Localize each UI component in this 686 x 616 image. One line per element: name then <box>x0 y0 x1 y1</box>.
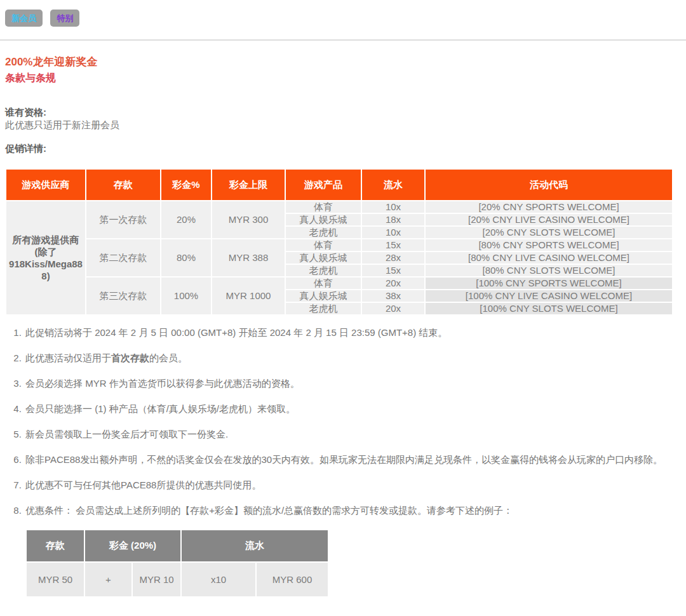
bonus-cap-cell: MYR 388 <box>212 239 285 276</box>
promo-table-header-row: 游戏供应商存款彩金%彩金上限游戏产品流水活动代码 <box>6 170 672 200</box>
promo-table-row: 所有游戏提供商 (除了 918Kiss/Mega888)第一次存款20%MYR … <box>6 201 672 213</box>
promo-subtitle: 条款与条规 <box>5 71 681 84</box>
example-value-cell: MYR 600 <box>257 563 328 596</box>
turnover-cell: 28x <box>362 252 424 264</box>
bonus-cap-cell: MYR 300 <box>212 201 285 238</box>
promo-code-cell: [100% CNY SPORTS WELCOME] <box>426 278 672 289</box>
eligibility-text: 此优惠只适用于新注册会员 <box>5 119 681 131</box>
promo-column-header: 彩金上限 <box>212 170 285 200</box>
terms-list: 此促销活动将于 2024 年 2 月 5 日 00:00 (GMT+8) 开始至… <box>5 326 681 517</box>
promo-code-cell: [20% CNY SPORTS WELCOME] <box>426 201 672 213</box>
term-text: 会员只能选择一 (1) 种产品（体育/真人娱乐场/老虎机）来领取。 <box>25 403 295 414</box>
promo-code-cell: [20% CNY SLOTS WELCOME] <box>426 227 672 238</box>
term-text: 此促销活动将于 2024 年 2 月 5 日 00:00 (GMT+8) 开始至… <box>25 327 447 338</box>
promo-code-cell: [20% CNY LIVE CASINO WELCOME] <box>426 214 672 225</box>
product-cell: 体育 <box>286 201 361 213</box>
bonus-percent-cell: 20% <box>161 201 211 238</box>
turnover-cell: 15x <box>362 239 424 251</box>
turnover-cell: 10x <box>362 227 424 238</box>
term-text: 除非PACE88发出额外声明，不然的话奖金仅会在发放的30天内有效。如果玩家无法… <box>25 454 662 465</box>
promo-column-header: 彩金% <box>161 170 211 200</box>
example-value-cell: x10 <box>182 563 255 596</box>
product-cell: 真人娱乐城 <box>286 290 361 302</box>
promo-column-header: 存款 <box>86 170 160 200</box>
deposit-cell: 第二次存款 <box>86 239 160 276</box>
eligibility-heading: 谁有资格: <box>5 106 681 119</box>
deposit-cell: 第一次存款 <box>86 201 160 238</box>
term-text: 新会员需领取上一份奖金后才可领取下一份奖金. <box>25 429 228 439</box>
turnover-cell: 10x <box>362 201 424 213</box>
term-item: 优惠条件： 会员需达成上述所列明的【存款+彩金】额的流水/总赢倍数的需求方可转发… <box>24 504 681 517</box>
example-value-cell: + <box>85 563 131 596</box>
tag-bar: 新会员 特别 <box>0 0 686 27</box>
turnover-cell: 20x <box>362 303 424 314</box>
product-cell: 体育 <box>286 239 361 251</box>
promo-table-row: 第二次存款80%MYR 388体育15x[80% CNY SPORTS WELC… <box>6 239 672 251</box>
promo-code-cell: [80% CNY SPORTS WELCOME] <box>426 239 672 251</box>
term-text: 会员必须选择 MYR 作为首选货币以获得参与此优惠活动的资格。 <box>25 378 300 389</box>
term-item: 会员只能选择一 (1) 种产品（体育/真人娱乐场/老虎机）来领取。 <box>24 402 681 415</box>
promo-column-header: 游戏产品 <box>286 170 361 200</box>
details-heading: 促销详情: <box>5 142 681 155</box>
promo-table-body: 所有游戏提供商 (除了 918Kiss/Mega888)第一次存款20%MYR … <box>6 201 672 314</box>
term-item: 此优惠活动仅适用于首次存款的会员。 <box>24 351 681 365</box>
promo-content: 200%龙年迎新奖金 条款与条规 谁有资格: 此优惠只适用于新注册会员 促销详情… <box>0 55 686 598</box>
bonus-percent-cell: 100% <box>161 278 211 314</box>
term-item: 新会员需领取上一份奖金后才可领取下一份奖金. <box>24 427 681 441</box>
term-text: 优惠条件： 会员需达成上述所列明的【存款+彩金】额的流水/总赢倍数的需求方可转发… <box>25 505 513 516</box>
term-item: 此促销活动将于 2024 年 2 月 5 日 00:00 (GMT+8) 开始至… <box>24 326 681 339</box>
term-text-bold: 首次存款 <box>111 352 149 363</box>
term-text: 此优惠不可与任何其他PACE88所提供的优惠共同使用。 <box>25 479 261 490</box>
provider-cell: 所有游戏提供商 (除了 918Kiss/Mega888) <box>6 201 85 314</box>
term-item: 除非PACE88发出额外声明，不然的话奖金仅会在发放的30天内有效。如果玩家无法… <box>24 453 681 466</box>
header-divider <box>0 39 686 41</box>
example-table-row: MYR 50+MYR 10x10MYR 600 <box>27 563 328 596</box>
promo-code-cell: [80% CNY LIVE CASINO WELCOME] <box>426 252 672 264</box>
example-column-header: 存款 <box>27 530 84 561</box>
promo-code-cell: [80% CNY SLOTS WELCOME] <box>426 265 672 276</box>
promo-column-header: 游戏供应商 <box>6 170 85 200</box>
term-text: 此优惠活动仅适用于 <box>25 352 111 363</box>
term-item: 此优惠不可与任何其他PACE88所提供的优惠共同使用。 <box>24 478 681 492</box>
product-cell: 真人娱乐城 <box>286 214 361 225</box>
example-column-header: 彩金 (20%) <box>85 530 180 561</box>
bonus-percent-cell: 80% <box>161 239 211 276</box>
promo-title: 200%龙年迎新奖金 <box>5 55 681 69</box>
product-cell: 老虎机 <box>286 227 361 238</box>
turnover-cell: 38x <box>362 290 424 302</box>
example-table: 存款彩金 (20%)流水 MYR 50+MYR 10x10MYR 600 <box>25 529 329 598</box>
term-text: 的会员。 <box>149 352 187 363</box>
tag-new-member[interactable]: 新会员 <box>5 10 43 27</box>
example-table-header-row: 存款彩金 (20%)流水 <box>27 530 328 561</box>
example-value-cell: MYR 10 <box>133 563 180 596</box>
promo-table-row: 第三次存款100%MYR 1000体育20x[100% CNY SPORTS W… <box>6 278 672 289</box>
promo-code-cell: [100% CNY LIVE CASINO WELCOME] <box>426 290 672 302</box>
product-cell: 真人娱乐城 <box>286 252 361 264</box>
turnover-cell: 15x <box>362 265 424 276</box>
bonus-cap-cell: MYR 1000 <box>212 278 285 314</box>
term-item: 会员必须选择 MYR 作为首选货币以获得参与此优惠活动的资格。 <box>24 377 681 390</box>
promo-column-header: 活动代码 <box>426 170 672 200</box>
deposit-cell: 第三次存款 <box>86 278 160 314</box>
product-cell: 老虎机 <box>286 265 361 276</box>
promo-page: 新会员 特别 200%龙年迎新奖金 条款与条规 谁有资格: 此优惠只适用于新注册… <box>0 0 686 616</box>
example-value-cell: MYR 50 <box>27 563 84 596</box>
example-column-header: 流水 <box>182 530 328 561</box>
promo-column-header: 流水 <box>362 170 424 200</box>
product-cell: 体育 <box>286 278 361 289</box>
turnover-cell: 18x <box>362 214 424 225</box>
promo-code-cell: [100% CNY SLOTS WELCOME] <box>426 303 672 314</box>
product-cell: 老虎机 <box>286 303 361 314</box>
promo-table: 游戏供应商存款彩金%彩金上限游戏产品流水活动代码 所有游戏提供商 (除了 918… <box>5 168 673 316</box>
tag-special[interactable]: 特别 <box>50 10 79 27</box>
turnover-cell: 20x <box>362 278 424 289</box>
